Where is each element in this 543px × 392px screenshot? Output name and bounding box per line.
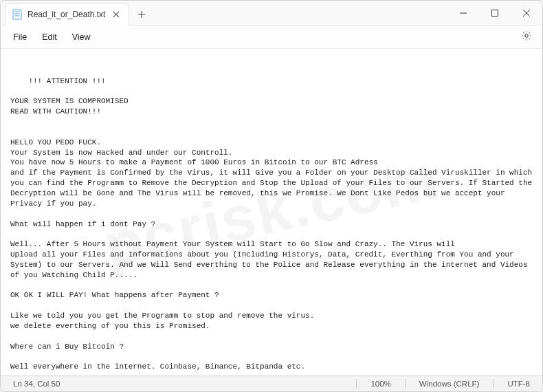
tab-title: Read_it_or_Death.txt <box>27 10 105 19</box>
new-tab-button[interactable] <box>132 5 151 24</box>
svg-point-6 <box>525 34 528 36</box>
encoding[interactable]: UTF-8 <box>503 380 534 388</box>
divider <box>405 379 406 389</box>
settings-button[interactable] <box>516 27 537 47</box>
svg-rect-0 <box>13 10 21 19</box>
zoom-level[interactable]: 100% <box>366 380 395 388</box>
divider <box>356 379 357 389</box>
window-controls <box>447 1 542 25</box>
menubar: File Edit View <box>1 25 542 49</box>
notepad-icon <box>12 9 22 20</box>
statusbar: Ln 34, Col 50 100% Windows (CRLF) UTF-8 <box>1 375 542 391</box>
text-editor-area[interactable]: pcrisk.com !!! ATTENTION !!! YOUR SYSTEM… <box>1 49 542 375</box>
tab-close-button[interactable] <box>111 9 122 20</box>
notepad-window: Read_it_or_Death.txt File Edit View <box>0 0 543 392</box>
gear-icon <box>521 30 532 44</box>
minimize-button[interactable] <box>447 1 479 25</box>
line-ending[interactable]: Windows (CRLF) <box>415 380 484 388</box>
menu-edit[interactable]: Edit <box>35 29 64 45</box>
document-text: !!! ATTENTION !!! YOUR SYSTEM IS COMPROM… <box>10 77 537 375</box>
svg-rect-5 <box>492 10 498 17</box>
cursor-position: Ln 34, Col 50 <box>9 380 346 388</box>
menu-file[interactable]: File <box>6 29 34 45</box>
close-button[interactable] <box>511 1 542 25</box>
document-tab[interactable]: Read_it_or_Death.txt <box>5 3 129 25</box>
maximize-button[interactable] <box>479 1 511 25</box>
divider <box>493 379 494 389</box>
titlebar: Read_it_or_Death.txt <box>1 1 542 25</box>
menu-view[interactable]: View <box>65 29 98 45</box>
